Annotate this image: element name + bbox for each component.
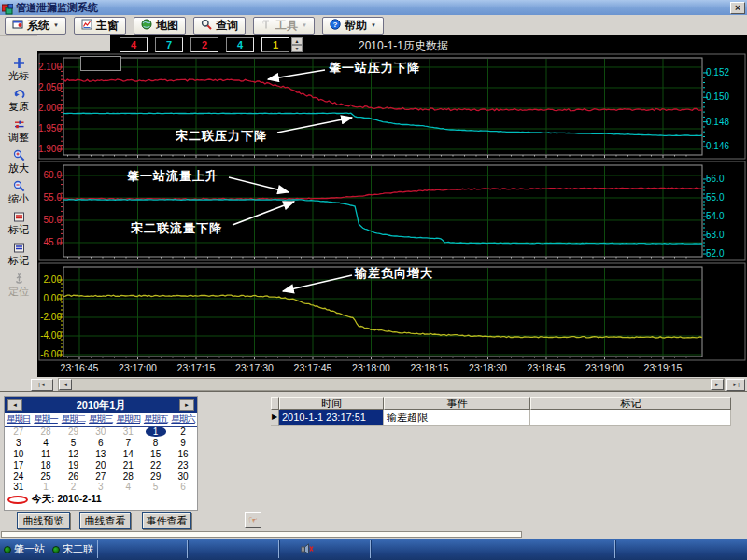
- calendar-day[interactable]: 28: [32, 427, 59, 437]
- calendar-day[interactable]: 8: [142, 438, 169, 448]
- calendar-day[interactable]: 13: [87, 449, 114, 459]
- dropdown-arrow-icon: ▼: [371, 22, 376, 28]
- event-table-row[interactable]: ▶2010-1-1 23:17:51输差超限: [271, 410, 732, 426]
- chart-scrollbar-row: |◄ ◄ ► ►|: [0, 377, 747, 392]
- calendar-today-row[interactable]: 今天: 2010-2-11: [7, 493, 102, 506]
- calendar-day[interactable]: 3: [5, 438, 32, 448]
- calendar-day[interactable]: 5: [60, 438, 87, 448]
- calendar-day[interactable]: 5: [142, 482, 169, 492]
- event-time-cell: 2010-1-1 23:17:51: [279, 410, 384, 426]
- sidebar-tool-cursor-cross[interactable]: 光标: [0, 57, 37, 82]
- zoom-out-icon: [13, 180, 25, 193]
- calendar-day[interactable]: 22: [142, 460, 169, 470]
- calendar-day[interactable]: 28: [115, 471, 142, 482]
- calendar-day[interactable]: 11: [32, 449, 59, 459]
- calendar-day[interactable]: 24: [5, 471, 32, 482]
- calendar-day[interactable]: 16: [169, 449, 196, 459]
- calendar-day[interactable]: 31: [115, 427, 142, 437]
- calendar-day[interactable]: 23: [169, 460, 196, 470]
- pointing-hand-icon: ☞: [248, 514, 258, 525]
- calendar-day[interactable]: 31: [5, 482, 32, 492]
- action-button[interactable]: 曲线查看: [79, 512, 131, 529]
- action-button[interactable]: 事件查看: [142, 512, 191, 529]
- x-axis-label: 23:19:15: [635, 362, 691, 373]
- toolbar-button-label: 主窗: [96, 18, 119, 34]
- calendar-day[interactable]: 20: [87, 460, 114, 470]
- progress-track: [1, 531, 522, 538]
- calendar-day[interactable]: 1: [32, 482, 59, 492]
- sidebar-tool-mark-red[interactable]: 标记: [0, 211, 37, 236]
- x-axis-label: 23:18:45: [518, 362, 574, 373]
- close-button[interactable]: ×: [730, 2, 745, 14]
- calendar-day[interactable]: 30: [169, 471, 196, 482]
- calendar-next-button[interactable]: ►: [179, 399, 194, 411]
- calendar-day[interactable]: 1: [146, 427, 166, 437]
- calendar-day[interactable]: 6: [169, 482, 196, 492]
- calendar-week-row: 24252627282930: [5, 470, 197, 482]
- x-axis-label: 23:18:00: [344, 362, 400, 373]
- chart-annotation: 宋二联压力下降: [176, 128, 267, 145]
- calendar-weekday-label: 星期日: [5, 413, 32, 426]
- calendar-day[interactable]: 15: [142, 449, 169, 459]
- sidebar-tool-zoom-in[interactable]: 放大: [0, 149, 37, 175]
- action-button[interactable]: 曲线预览: [17, 512, 70, 529]
- goto-end-button[interactable]: ►|: [726, 379, 745, 391]
- calendar-day[interactable]: 7: [115, 438, 142, 448]
- toolbar-button-main-window[interactable]: 主窗: [74, 17, 126, 35]
- calendar-day[interactable]: 4: [32, 438, 59, 448]
- calendar-day[interactable]: 29: [142, 471, 169, 482]
- chart-annotation: 肇一站流量上升: [127, 168, 218, 185]
- apply-button[interactable]: ☞: [245, 512, 261, 528]
- calendar-prev-button[interactable]: ◄: [7, 399, 22, 411]
- sidebar-tool-undo[interactable]: 复原: [0, 88, 37, 113]
- calendar-day[interactable]: 6: [87, 438, 114, 448]
- today-label: 今天: 2010-2-11: [32, 493, 102, 506]
- calendar-day[interactable]: 25: [32, 471, 59, 482]
- calendar-day[interactable]: 2: [60, 482, 87, 492]
- titlebar: 管道泄漏监测系统 ×: [0, 0, 747, 15]
- scroll-right-arrow[interactable]: ►: [711, 379, 724, 390]
- calendar-day[interactable]: 17: [5, 460, 32, 470]
- sidebar-tool-label: 标记: [8, 255, 29, 267]
- calendar-day[interactable]: 3: [87, 482, 114, 492]
- sidebar-tool-mark-blue[interactable]: 标记: [0, 242, 37, 267]
- calendar-day[interactable]: 27: [5, 427, 32, 437]
- status-station-cell: 宋二联: [49, 540, 98, 558]
- window-title: 管道泄漏监测系统: [16, 1, 730, 15]
- close-icon: ×: [735, 3, 740, 13]
- calendar-day[interactable]: 9: [169, 438, 196, 448]
- calendar-day[interactable]: 21: [115, 460, 142, 470]
- event-mark-cell: [530, 410, 731, 426]
- calendar-day[interactable]: 27: [87, 471, 114, 482]
- toolbar-button-query[interactable]: 查询: [193, 17, 246, 35]
- toolbar-button-map[interactable]: 地图: [134, 17, 186, 35]
- calendar-header: ◄ 2010年1月 ►: [5, 397, 197, 413]
- system-icon: [12, 19, 23, 33]
- map-icon: [141, 19, 152, 33]
- calendar-weekday-label: 星期二: [60, 413, 87, 426]
- toolbar-button-system[interactable]: 系统▼: [5, 17, 66, 35]
- sidebar-tool-adjust[interactable]: 调整: [0, 119, 37, 144]
- calendar-day[interactable]: 4: [115, 482, 142, 492]
- calendar-day[interactable]: 30: [87, 427, 114, 437]
- calendar-day[interactable]: 19: [60, 460, 87, 470]
- calendar-day[interactable]: 26: [60, 471, 87, 482]
- calendar-weekday-label: 星期三: [87, 413, 114, 426]
- calendar-day[interactable]: 18: [32, 460, 59, 470]
- calendar-day[interactable]: 2: [169, 427, 196, 437]
- calendar-weekday-label: 星期四: [115, 413, 142, 426]
- dropdown-arrow-icon: ▼: [302, 22, 307, 28]
- toolbar-button-help[interactable]: ?帮助▼: [322, 17, 384, 35]
- station-status-icon: [52, 546, 60, 553]
- calendar-day[interactable]: 10: [5, 449, 32, 459]
- calendar-day[interactable]: 29: [60, 427, 87, 437]
- sidebar-tool-label: 放大: [8, 162, 29, 175]
- goto-start-button[interactable]: |◄: [31, 379, 53, 391]
- sidebar-tool-zoom-out[interactable]: 缩小: [0, 180, 37, 205]
- event-table-header: 时间事件标记: [271, 397, 732, 410]
- scroll-left-arrow[interactable]: ◄: [59, 379, 72, 390]
- calendar-day[interactable]: 12: [60, 449, 87, 459]
- channel-value-box: 4: [120, 37, 148, 52]
- chart-scrollbar[interactable]: ◄ ►: [58, 378, 725, 391]
- calendar-day[interactable]: 14: [115, 449, 142, 459]
